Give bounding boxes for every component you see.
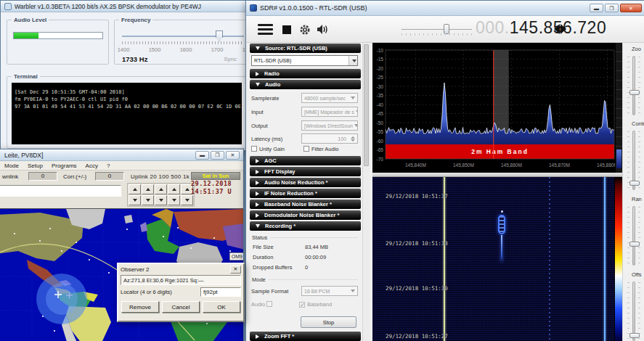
sdr-close-button[interactable]: ✕ (620, 4, 642, 12)
tracker-titlebar[interactable]: Leite, PV8DX] ▬ ❐ ✕ (0, 149, 243, 161)
step-up-button[interactable] (155, 184, 167, 194)
offset-slider[interactable] (632, 282, 635, 341)
menu-icon[interactable] (258, 24, 273, 35)
step-up-button[interactable] (129, 184, 141, 194)
chevron-right-icon (256, 72, 259, 76)
spectrum-display[interactable]: -10-15-20-25-30-35-40-45-50-55-60-65-701… (372, 43, 615, 173)
dropdown-button[interactable] (349, 55, 358, 66)
output-label: Output (251, 123, 268, 129)
latency-label: Latency (ms) (251, 136, 282, 142)
corr-label: Corr.(+/-) (63, 173, 86, 180)
frequency-slider-thumb[interactable] (216, 30, 223, 41)
y-tick-label: -20 (377, 66, 384, 71)
input-dropdown[interactable]: [MME] Mapeador de s (301, 107, 358, 117)
section-zoom-fft[interactable]: Zoom FFT * (250, 332, 361, 341)
section-audio-nr[interactable]: Audio Noise Reduction * (250, 178, 361, 187)
range-slider[interactable] (632, 206, 635, 266)
section-demod-nb[interactable]: Demodulator Noise Blanker * (250, 210, 361, 220)
section-fft-display[interactable]: FFT Display (250, 167, 361, 176)
frequency-value: 1733 Hz (122, 55, 147, 63)
tracker-close-button[interactable]: ✕ (226, 151, 240, 160)
offset-slider-thumb[interactable] (629, 333, 640, 338)
y-tick-label: -10 (377, 48, 384, 53)
stop-play-icon[interactable] (282, 25, 291, 34)
observer-titlebar[interactable]: Observer 2 ✕ (118, 264, 243, 274)
y-tick-label: -70 (377, 157, 384, 162)
range-slider-label: Ran (632, 196, 642, 202)
panel-scrollbar-thumb[interactable] (364, 44, 369, 166)
chevron-right-icon (256, 181, 259, 185)
observer-title-text: Observer 2 (121, 266, 150, 273)
contrast-slider-thumb[interactable] (629, 181, 640, 186)
source-device-dropdown[interactable]: RTL-SDR (USB) (251, 55, 358, 66)
step-up-button[interactable] (168, 184, 180, 194)
panel-scrollbar[interactable] (362, 43, 370, 341)
tuning-step-buttons (127, 183, 195, 207)
frequency-slider-track[interactable] (122, 36, 244, 37)
step-down-button[interactable] (129, 195, 141, 205)
waterfall-display[interactable]: 29/12/2018 10:51:3729/12/2018 10:51:3329… (372, 177, 614, 341)
frequency-display[interactable]: 000. 145.856.720 (476, 18, 606, 38)
frequency-step-arrows[interactable] (554, 24, 566, 34)
menu-setup[interactable]: Setup (24, 163, 46, 169)
tracker-restore-button[interactable]: ❐ (211, 151, 224, 160)
menu-mode[interactable]: Mode (1, 163, 23, 169)
filter-audio-checkbox[interactable]: Filter Audio (303, 146, 339, 152)
latency-spinner[interactable]: 100 (301, 133, 358, 144)
step-left-icon[interactable] (554, 24, 560, 34)
section-recording[interactable]: Recording * (250, 221, 361, 231)
gear-icon[interactable] (299, 24, 311, 38)
unity-gain-checkbox[interactable]: Unity Gain (251, 146, 285, 152)
warbler-titlebar[interactable]: Warbler v1.0.3BETA 1200 bit/s AX.25 BPSK… (1, 1, 249, 12)
contrast-slider[interactable] (632, 131, 635, 190)
step-down-button[interactable] (181, 195, 193, 205)
step-up-button[interactable] (142, 184, 154, 194)
locator-input[interactable]: fj92pt (200, 287, 241, 297)
volume-slider-thumb[interactable] (444, 24, 449, 34)
audio-checkbox[interactable]: Audio (251, 301, 274, 308)
chevron-right-icon (256, 213, 259, 218)
sync-label: Sync (224, 56, 237, 62)
recording-checkboxes-row: Audio ✓Baseband (251, 301, 358, 308)
section-radio[interactable]: Radio (250, 69, 361, 78)
zoom-slider-thumb[interactable] (629, 90, 640, 95)
y-tick-label: -40 (377, 102, 384, 107)
section-agc[interactable]: AGC (250, 156, 361, 165)
step-down-button[interactable] (142, 195, 154, 205)
volume-slider[interactable] (402, 29, 472, 30)
step-down-button[interactable] (168, 195, 180, 205)
baseband-checkbox[interactable]: ✓Baseband (299, 301, 332, 308)
range-slider-thumb[interactable] (629, 242, 640, 247)
section-if-nr[interactable]: IF Noise Reduction * (250, 189, 361, 198)
observer-close-icon[interactable]: ✕ (230, 266, 241, 274)
remove-button[interactable]: Remove (121, 301, 159, 313)
step-down-button[interactable] (155, 195, 167, 205)
section-baseband-nb[interactable]: Baseband Noise Blanker * (250, 200, 361, 209)
ok-button[interactable]: OK (203, 301, 240, 313)
spectrum-scale-bar[interactable] (615, 43, 622, 173)
speaker-icon[interactable] (317, 24, 329, 38)
section-audio[interactable]: Audio (250, 80, 361, 89)
tracker-minimize-button[interactable]: ▬ (195, 151, 209, 160)
menu-accy[interactable]: Accy (82, 163, 102, 169)
observer-info-field: Az:271,8 El:30,6 Rge:1021 Sq:— (121, 275, 241, 285)
samplerate-dropdown[interactable]: 48000 sample/sec (301, 93, 358, 103)
stop-recording-button[interactable]: Stop (301, 316, 356, 328)
cancel-button[interactable]: Cancel (162, 301, 200, 313)
step-right-icon[interactable] (561, 24, 566, 34)
output-dropdown[interactable]: [Windows DirectSoun (301, 120, 358, 131)
menu-programs[interactable]: Programs (48, 163, 81, 169)
terminal-output[interactable]: [Sat Dec 29 10:51:35 GMT-04:00 2018] fm … (12, 83, 242, 144)
sample-format-label: Sample Format (251, 288, 288, 295)
sdr-minimize-button[interactable]: ▬ (590, 4, 603, 12)
section-source[interactable]: Source: RTL-SDR (USB) (250, 44, 361, 53)
zoom-slider[interactable] (632, 56, 635, 115)
waterfall-timestamp: 29/12/2018 10:51:33 (386, 240, 448, 247)
tracker-controls: wnlink 0 Corr.(+/-) 0 Uplink 20 100 500 … (0, 170, 243, 208)
sample-format-dropdown[interactable]: 16 Bit PCM (301, 286, 358, 296)
tracker-text-field[interactable] (0, 185, 121, 197)
sdr-maximize-button[interactable]: ❐ (605, 4, 619, 12)
sdr-titlebar[interactable]: SDR# v1.0.0.1500 - RTL-SDR (USB) ▬ ❐ ✕ (246, 1, 644, 16)
chevron-right-icon (256, 170, 259, 174)
menu-help[interactable]: ? (103, 163, 113, 169)
